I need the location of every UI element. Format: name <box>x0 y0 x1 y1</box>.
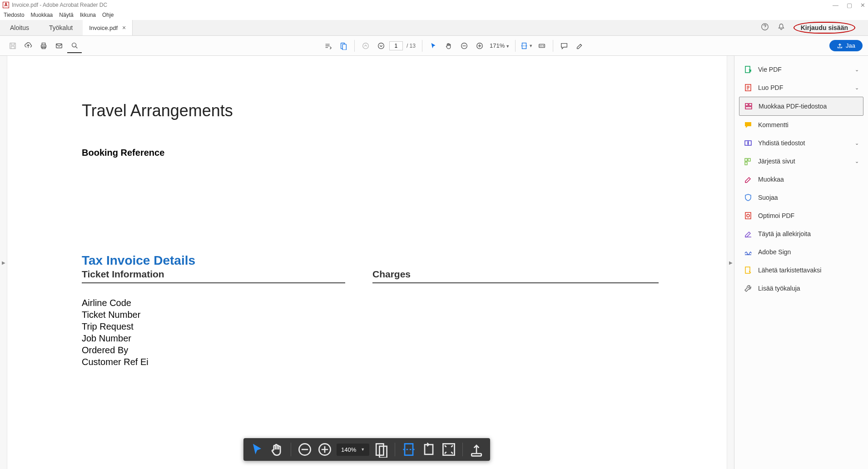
fb-zoom-label: 140% <box>341 446 356 453</box>
right-panel-toggle[interactable]: ▶ <box>727 56 734 469</box>
doc-booking-ref-label: Booking Reference <box>82 148 659 158</box>
tab-document[interactable]: Invoice.pdf × <box>83 20 133 35</box>
tool-label: Muokkaa PDF-tiedostoa <box>759 103 827 110</box>
read-mode-icon[interactable] <box>535 39 549 53</box>
tool-label: Täytä ja allekirjoita <box>758 230 811 237</box>
tool-label: Vie PDF <box>758 66 782 73</box>
tool-more-tools[interactable]: Lisää työkaluja <box>739 279 863 297</box>
tool-adobe-sign[interactable]: Adobe Sign <box>739 243 863 261</box>
tool-redact[interactable]: Muokkaa <box>739 170 863 188</box>
pdf-page: Travel Arrangements Booking Reference Ta… <box>14 56 727 469</box>
zoom-level-dropdown[interactable]: 171%▼ <box>488 42 511 49</box>
wrench-icon <box>744 284 753 293</box>
tool-label: Suojaa <box>758 194 778 201</box>
svg-rect-33 <box>748 158 750 161</box>
search-icon[interactable] <box>67 39 82 53</box>
menu-edit[interactable]: Muokkaa <box>31 12 53 18</box>
svg-rect-7 <box>56 44 62 48</box>
fb-zoom-out-icon[interactable] <box>297 441 313 458</box>
fb-pointer-icon[interactable] <box>249 441 265 458</box>
fb-zoom-dropdown[interactable]: 140% ▼ <box>337 444 369 456</box>
tool-label: Kommentti <box>758 121 789 128</box>
page-number-input[interactable] <box>389 41 403 50</box>
fb-read-aloud-icon[interactable] <box>468 441 485 458</box>
adobe-sign-icon <box>744 247 753 257</box>
save-icon[interactable] <box>5 39 20 53</box>
tool-label: Luo PDF <box>758 84 783 91</box>
share-button-label: Jaa <box>846 42 855 49</box>
sign-icon[interactable] <box>572 39 587 53</box>
sign-in-button[interactable]: Kirjaudu sisään <box>794 22 855 34</box>
tool-fill-sign[interactable]: Täytä ja allekirjoita <box>739 225 863 243</box>
tool-comment[interactable]: Kommentti <box>739 116 863 134</box>
tab-tools[interactable]: Työkalut <box>39 20 83 35</box>
tool-organize-pages[interactable]: Järjestä sivut ⌄ <box>739 152 863 170</box>
chevron-down-icon: ⌄ <box>855 158 859 164</box>
tool-combine-files[interactable]: Yhdistä tiedostot ⌄ <box>739 134 863 152</box>
print-icon[interactable] <box>36 39 51 53</box>
svg-rect-27 <box>745 104 748 106</box>
svg-rect-34 <box>745 162 747 165</box>
menu-view[interactable]: Näytä <box>59 12 73 18</box>
close-tab-icon[interactable]: × <box>122 24 126 31</box>
help-icon[interactable] <box>761 23 769 33</box>
optimize-pdf-icon <box>744 211 753 220</box>
svg-rect-22 <box>425 444 433 454</box>
fb-fit-page-icon[interactable] <box>373 441 389 458</box>
fill-sign-icon <box>744 229 753 238</box>
tool-label: Adobe Sign <box>758 248 791 256</box>
fb-fullscreen-icon[interactable] <box>441 441 457 458</box>
tool-protect[interactable]: Suojaa <box>739 188 863 207</box>
selection-tool-icon[interactable] <box>321 39 335 53</box>
fb-rotate-icon[interactable] <box>421 441 437 458</box>
fb-hand-icon[interactable] <box>269 441 285 458</box>
pointer-tool-icon[interactable] <box>426 39 441 53</box>
svg-rect-10 <box>342 44 346 50</box>
page-down-icon[interactable] <box>374 39 388 53</box>
svg-point-12 <box>378 43 384 49</box>
window-title: Invoice.pdf - Adobe Acrobat Reader DC <box>12 2 107 8</box>
zoom-in-icon[interactable] <box>472 39 487 53</box>
chevron-down-icon: ⌄ <box>855 67 859 73</box>
bell-icon[interactable] <box>777 23 785 33</box>
send-review-icon <box>744 266 753 275</box>
svg-rect-21 <box>405 444 413 455</box>
comment-icon[interactable] <box>557 39 571 53</box>
hand-tool-icon[interactable] <box>441 39 456 53</box>
svg-point-36 <box>747 214 749 217</box>
mail-icon[interactable] <box>52 39 66 53</box>
close-window-button[interactable]: ✕ <box>860 2 865 9</box>
doc-field: Airline Code <box>82 297 345 309</box>
fb-zoom-in-icon[interactable] <box>317 441 333 458</box>
page-up-icon[interactable] <box>358 39 373 53</box>
tool-create-pdf[interactable]: Luo PDF ⌄ <box>739 79 863 97</box>
tool-send-review[interactable]: Lähetä tarkistettavaksi <box>739 261 863 279</box>
fit-width-icon[interactable]: ▼ <box>519 39 534 53</box>
redact-icon <box>744 175 753 184</box>
page-thumbnails-icon[interactable] <box>336 39 351 53</box>
zoom-out-icon[interactable] <box>457 39 471 53</box>
title-bar: A Invoice.pdf - Adobe Acrobat Reader DC … <box>0 0 868 10</box>
tool-edit-pdf[interactable]: Muokkaa PDF-tiedostoa <box>739 97 863 116</box>
edit-pdf-icon <box>744 102 753 111</box>
tool-label: Lähetä tarkistettavaksi <box>758 267 821 274</box>
document-viewport[interactable]: Travel Arrangements Booking Reference Ta… <box>7 56 727 469</box>
create-pdf-icon <box>744 83 753 92</box>
cloud-upload-icon[interactable] <box>21 39 35 53</box>
tab-home[interactable]: Aloitus <box>0 20 39 35</box>
maximize-button[interactable]: ▢ <box>847 2 852 9</box>
minimize-button[interactable]: — <box>833 2 838 9</box>
fb-scroll-mode-icon[interactable] <box>401 441 417 458</box>
tool-optimize-pdf[interactable]: Optimoi PDF <box>739 207 863 225</box>
menu-window[interactable]: Ikkuna <box>80 12 96 18</box>
share-button[interactable]: Jaa <box>829 40 863 51</box>
left-panel-toggle[interactable]: ▶ <box>0 56 7 469</box>
svg-rect-2 <box>10 43 16 49</box>
menu-file[interactable]: Tiedosto <box>4 12 25 18</box>
svg-rect-24 <box>471 454 481 456</box>
doc-col1-heading: Ticket Information <box>82 269 345 283</box>
tab-document-label: Invoice.pdf <box>89 25 118 31</box>
comment-tool-icon <box>744 120 753 129</box>
tool-export-pdf[interactable]: Vie PDF ⌄ <box>739 60 863 79</box>
menu-help[interactable]: Ohje <box>102 12 114 18</box>
